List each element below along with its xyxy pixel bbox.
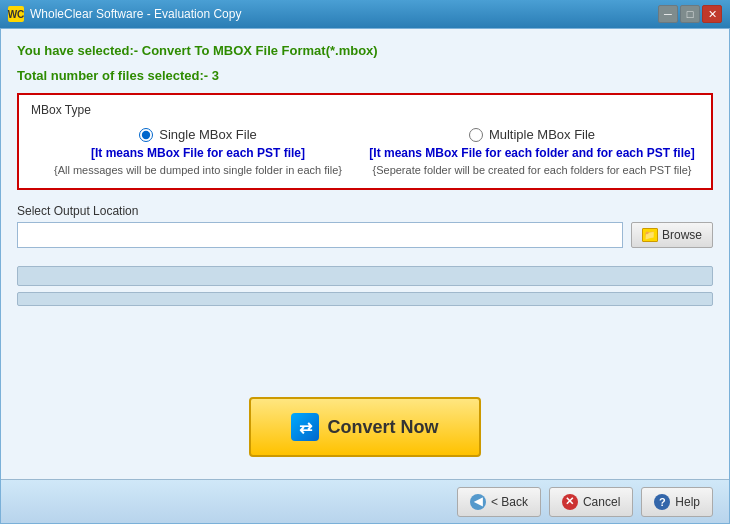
window-title: WholeClear Software - Evaluation Copy <box>30 7 658 21</box>
window-controls: ─ □ ✕ <box>658 5 722 23</box>
convert-label: Convert Now <box>327 417 438 438</box>
help-button[interactable]: ? Help <box>641 487 713 517</box>
multiple-mbox-label: Multiple MBox File <box>489 127 595 142</box>
content-area: You have selected:- Convert To MBOX File… <box>1 29 729 479</box>
single-mbox-radio[interactable] <box>139 128 153 142</box>
progress-area <box>17 266 713 375</box>
help-label: Help <box>675 495 700 509</box>
single-mbox-option: Single MBox File [It means MBox File for… <box>31 127 365 176</box>
maximize-button[interactable]: □ <box>680 5 700 23</box>
convert-now-button[interactable]: ⇄ Convert Now <box>249 397 481 457</box>
folder-icon: 📁 <box>642 228 658 242</box>
cancel-label: Cancel <box>583 495 620 509</box>
multiple-mbox-radio[interactable] <box>469 128 483 142</box>
info-line2: Total number of files selected:- 3 <box>17 68 713 83</box>
single-mbox-blue-text: [It means MBox File for each PST file] <box>91 146 305 160</box>
cancel-icon: ✕ <box>562 494 578 510</box>
progress-bar-outer <box>17 266 713 286</box>
footer: ◀ < Back ✕ Cancel ? Help <box>1 479 729 523</box>
info-line1: You have selected:- Convert To MBOX File… <box>17 43 713 58</box>
help-icon: ? <box>654 494 670 510</box>
back-label: < Back <box>491 495 528 509</box>
single-mbox-label: Single MBox File <box>159 127 257 142</box>
app-icon: WC <box>8 6 24 22</box>
multiple-mbox-gray-text: {Seperate folder will be created for eac… <box>373 164 692 176</box>
single-mbox-row: Single MBox File <box>139 127 257 142</box>
single-mbox-gray-text: {All messages will be dumped into single… <box>54 164 342 176</box>
convert-icon: ⇄ <box>291 413 319 441</box>
multiple-mbox-row: Multiple MBox File <box>469 127 595 142</box>
output-label: Select Output Location <box>17 204 713 218</box>
close-button[interactable]: ✕ <box>702 5 722 23</box>
titlebar: WC WholeClear Software - Evaluation Copy… <box>0 0 730 28</box>
mbox-type-frame: MBox Type Single MBox File [It means MBo… <box>17 93 713 190</box>
output-section: Select Output Location 📁 Browse <box>17 204 713 248</box>
convert-section: ⇄ Convert Now <box>17 397 713 457</box>
cancel-button[interactable]: ✕ Cancel <box>549 487 633 517</box>
main-window: You have selected:- Convert To MBOX File… <box>0 28 730 524</box>
back-button[interactable]: ◀ < Back <box>457 487 541 517</box>
multiple-mbox-option: Multiple MBox File [It means MBox File f… <box>365 127 699 176</box>
minimize-button[interactable]: ─ <box>658 5 678 23</box>
scrollbar-area <box>17 292 713 306</box>
back-icon: ◀ <box>470 494 486 510</box>
mbox-frame-legend: MBox Type <box>31 103 699 117</box>
browse-button[interactable]: 📁 Browse <box>631 222 713 248</box>
output-row: 📁 Browse <box>17 222 713 248</box>
mbox-options: Single MBox File [It means MBox File for… <box>31 127 699 176</box>
multiple-mbox-blue-text: [It means MBox File for each folder and … <box>369 146 694 160</box>
browse-label: Browse <box>662 228 702 242</box>
output-path-input[interactable] <box>17 222 623 248</box>
